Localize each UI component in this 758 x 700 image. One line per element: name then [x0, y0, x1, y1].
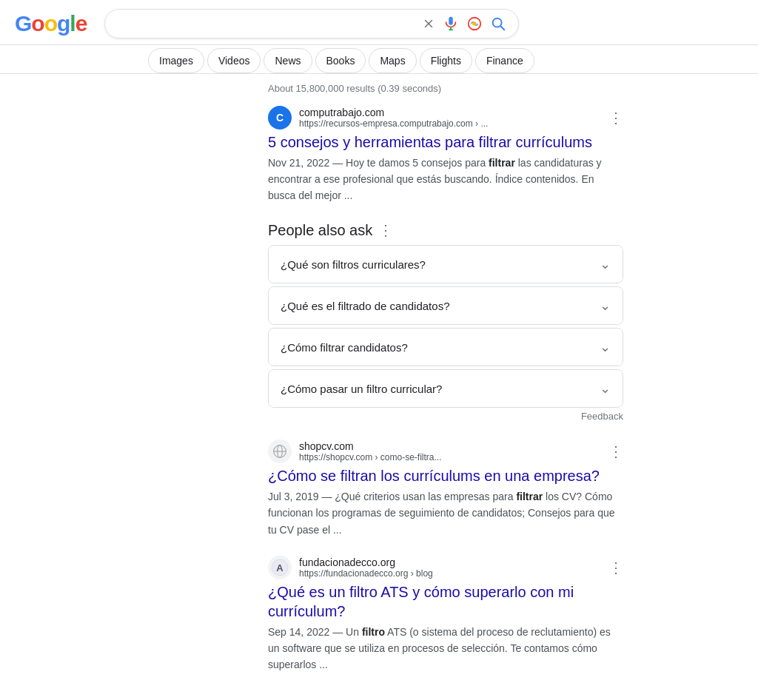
logo-letter-g: G	[15, 11, 31, 36]
paa-question-2[interactable]: ¿Cómo filtrar candidatos? ⌄	[269, 329, 623, 366]
feedback-button[interactable]: Feedback	[581, 411, 623, 422]
result-source-shopcv: shopcv.com https://shopcv.com › como-se-…	[299, 440, 442, 462]
google-logo: Google	[15, 11, 87, 36]
snippet-bold-computrabajo: filtrar	[489, 157, 515, 169]
result-menu-button-computrabajo[interactable]: ⋮	[608, 110, 623, 125]
favicon-shopcv	[268, 440, 292, 463]
paa-heading: People also ask	[268, 222, 372, 239]
chevron-down-icon-3: ⌄	[600, 380, 611, 397]
paa-question-text-0: ¿Qué son filtros curriculares?	[281, 258, 426, 271]
snippet-pre-fundacion: Sep 14, 2022 — Un	[268, 626, 362, 638]
paa-question-3[interactable]: ¿Cómo pasar un filtro curricular? ⌄	[269, 370, 623, 407]
logo-letter-o2: o	[44, 11, 57, 36]
paa-question-text-1: ¿Qué es el filtrado de candidatos?	[281, 300, 449, 312]
result-title-shopcv[interactable]: ¿Cómo se filtran los currículums en una …	[268, 466, 623, 485]
result-source-computrabajo: computrabajo.com https://recursos-empres…	[299, 107, 488, 129]
result-title-fundacion[interactable]: ¿Qué es un filtro ATS y cómo superarlo c…	[268, 582, 623, 621]
results-stats: About 15,800,000 results (0.39 seconds)	[268, 83, 623, 94]
result-title-computrabajo[interactable]: 5 consejos y herramientas para filtrar c…	[268, 132, 623, 152]
tab-books[interactable]: Books	[315, 48, 366, 73]
paa-item-3: ¿Cómo pasar un filtro curricular? ⌄	[268, 369, 623, 408]
search-button[interactable]	[490, 16, 506, 32]
result-url-computrabajo: https://recursos-empresa.computrabajo.co…	[299, 118, 488, 129]
snippet-bold-fundacion: filtro	[362, 626, 385, 638]
result-menu-button-fundacion[interactable]: ⋮	[608, 560, 623, 575]
result-item-computrabajo: C computrabajo.com https://recursos-empr…	[268, 106, 623, 203]
result-item-fundacion: A fundacionadecco.org https://fundaciona…	[268, 556, 623, 673]
tab-maps[interactable]: Maps	[369, 48, 416, 73]
lens-search-button[interactable]	[466, 16, 483, 32]
result-source-fundacion: fundacionadecco.org https://fundacionade…	[299, 556, 433, 579]
result-url-fundacion: https://fundacionadecco.org › blog	[299, 568, 433, 579]
paa-menu-button[interactable]: ⋮	[378, 221, 393, 239]
logo-letter-o1: o	[31, 11, 44, 36]
favicon-computrabajo: C	[268, 106, 292, 129]
people-also-ask-section: People also ask ⋮ ¿Qué son filtros curri…	[268, 221, 623, 422]
result-domain-fundacion: fundacionadecco.org	[299, 556, 433, 568]
chevron-down-icon-2: ⌄	[600, 339, 611, 355]
search-icons	[422, 16, 506, 32]
feedback-row: Feedback	[268, 411, 623, 422]
logo-letter-e: e	[76, 11, 87, 36]
result-domain-computrabajo: computrabajo.com	[299, 107, 488, 118]
result-menu-button-shopcv[interactable]: ⋮	[608, 444, 623, 459]
result-snippet-fundacion: Sep 14, 2022 — Un filtro ATS (o sistema …	[268, 624, 623, 673]
paa-item-1: ¿Qué es el filtrado de candidatos? ⌄	[268, 286, 623, 325]
chevron-down-icon-1: ⌄	[600, 297, 611, 314]
snippet-pre-shopcv: Jul 3, 2019 — ¿Qué criterios usan las em…	[268, 491, 516, 502]
tab-news[interactable]: News	[264, 48, 312, 73]
logo-letter-g2: g	[57, 11, 70, 36]
snippet-pre-computrabajo: Nov 21, 2022 — Hoy te damos 5 consejos p…	[268, 157, 489, 169]
paa-question-text-3: ¿Cómo pasar un filtro curricular?	[281, 383, 442, 395]
svg-point-6	[473, 21, 477, 26]
paa-question-text-2: ¿Cómo filtrar candidatos?	[281, 341, 408, 354]
svg-rect-2	[449, 17, 454, 25]
top-bar: Google filtrado de currículums	[0, 0, 758, 45]
result-url-shopcv: https://shopcv.com › como-se-filtra...	[299, 452, 442, 462]
clear-search-button[interactable]	[422, 17, 435, 30]
results-area: About 15,800,000 results (0.39 seconds) …	[120, 74, 638, 699]
snippet-bold-shopcv: filtrar	[516, 491, 543, 502]
favicon-fundacion: A	[268, 556, 292, 579]
svg-line-8	[501, 26, 505, 30]
paa-header: People also ask ⋮	[268, 221, 623, 239]
search-input[interactable]: filtrado de currículums	[117, 17, 416, 30]
result-header-fundacion: A fundacionadecco.org https://fundaciona…	[268, 556, 623, 579]
nav-tabs: Images Videos News Books Maps Flights Fi…	[0, 45, 758, 74]
tab-images[interactable]: Images	[148, 48, 204, 73]
paa-question-0[interactable]: ¿Qué son filtros curriculares? ⌄	[269, 246, 623, 283]
paa-question-1[interactable]: ¿Qué es el filtrado de candidatos? ⌄	[269, 287, 623, 324]
result-header-shopcv: shopcv.com https://shopcv.com › como-se-…	[268, 440, 623, 463]
result-snippet-shopcv: Jul 3, 2019 — ¿Qué criterios usan las em…	[268, 488, 623, 537]
result-snippet-computrabajo: Nov 21, 2022 — Hoy te damos 5 consejos p…	[268, 155, 623, 203]
voice-search-button[interactable]	[443, 16, 459, 32]
tab-finance[interactable]: Finance	[475, 48, 534, 73]
svg-text:A: A	[276, 562, 284, 573]
paa-item-2: ¿Cómo filtrar candidatos? ⌄	[268, 328, 623, 366]
logo-letter-l: l	[70, 11, 75, 36]
chevron-down-icon-0: ⌄	[600, 256, 611, 272]
result-domain-shopcv: shopcv.com	[299, 440, 442, 452]
paa-item-0: ¿Qué son filtros curriculares? ⌄	[268, 245, 623, 283]
tab-flights[interactable]: Flights	[420, 48, 472, 73]
tab-videos[interactable]: Videos	[207, 48, 261, 73]
result-item-shopcv: shopcv.com https://shopcv.com › como-se-…	[268, 440, 623, 537]
search-bar: filtrado de currículums	[104, 9, 519, 38]
result-header-computrabajo: C computrabajo.com https://recursos-empr…	[268, 106, 623, 129]
